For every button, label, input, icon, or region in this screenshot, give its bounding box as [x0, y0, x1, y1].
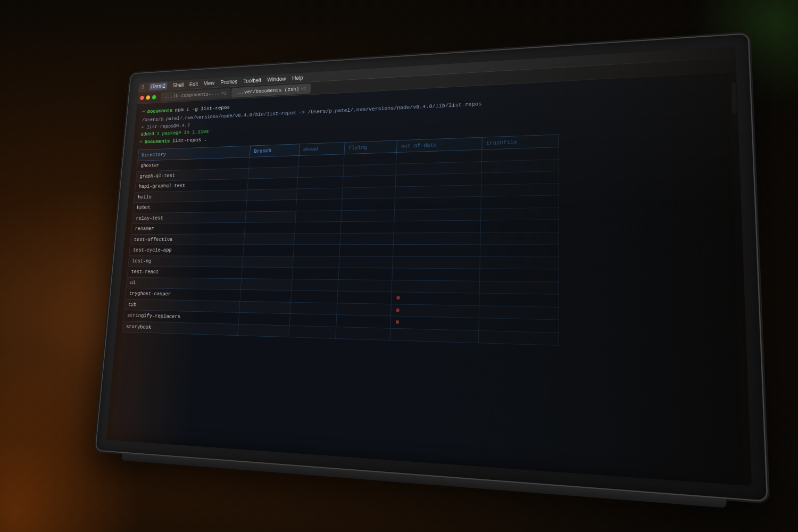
menu-toolbelt[interactable]: Toolbelt — [243, 77, 261, 85]
cell-dir: relay-test — [132, 212, 246, 224]
col-branch: Branch — [250, 144, 300, 157]
cell-trash — [480, 232, 559, 244]
tab-2-label: ...ver/Documents (zsh) — [236, 86, 300, 95]
cell-out — [395, 196, 481, 209]
cell-ahead — [295, 222, 341, 234]
menu-profiles[interactable]: Profiles — [220, 78, 238, 85]
minimize-button[interactable] — [146, 95, 150, 99]
cell-ahead — [289, 314, 337, 327]
prompt-arrow-1: ➜ — [142, 108, 145, 116]
status-dot-red — [396, 320, 399, 323]
prompt-dir-1: Documents — [147, 106, 173, 115]
cell-trash — [481, 171, 559, 185]
cell-dir: renamer — [131, 222, 245, 234]
status-dot-red — [397, 296, 400, 300]
cell-out — [394, 220, 480, 232]
cell-ahead — [298, 154, 344, 167]
cell-branch — [239, 301, 290, 314]
scrollbar-thumb[interactable] — [732, 82, 737, 114]
cell-flying — [338, 279, 392, 292]
laptop-screen:  iTerm2 Shell Edit View Profiles Toolbe… — [106, 46, 752, 486]
cell-branch — [244, 234, 294, 245]
cell-dir: test-ng — [128, 255, 243, 267]
cell-flying — [343, 164, 396, 177]
cell-flying — [337, 291, 392, 304]
cell-out — [392, 292, 479, 306]
tab-1-num: ⌘1 — [221, 90, 227, 96]
cell-branch — [243, 256, 294, 268]
cell-flying — [343, 175, 396, 188]
cell-trash — [479, 281, 559, 294]
cell-flying — [341, 210, 395, 222]
cell-flying — [336, 315, 391, 328]
cell-branch — [242, 267, 293, 279]
cell-trash — [479, 305, 559, 320]
cell-trash — [480, 256, 559, 269]
cell-dir: hpbot — [133, 201, 247, 213]
cell-ahead — [298, 165, 344, 178]
cell-flying — [340, 233, 394, 245]
laptop-bezel:  iTerm2 Shell Edit View Profiles Toolbe… — [95, 33, 768, 502]
cell-branch — [245, 222, 295, 234]
cell-dir: test-affectiva — [130, 234, 245, 245]
cell-out — [394, 232, 480, 245]
menu-iterm2[interactable]: iTerm2 — [149, 82, 167, 90]
cell-out — [392, 268, 479, 281]
cell-branch — [238, 324, 289, 337]
col-flying: flying — [344, 140, 397, 154]
cell-out — [393, 256, 480, 269]
cell-ahead — [295, 210, 342, 222]
maximize-button[interactable] — [152, 95, 156, 99]
cell-dir: storybook — [122, 321, 239, 336]
cell-trash — [480, 220, 559, 232]
menu-window[interactable]: Window — [267, 76, 286, 83]
cell-branch — [245, 211, 296, 222]
cell-branch — [247, 188, 297, 200]
menu-edit[interactable]: Edit — [189, 81, 198, 87]
cell-dir: test-react — [127, 267, 243, 279]
cell-ahead — [296, 199, 342, 211]
cell-branch — [238, 312, 290, 325]
cell-ahead — [294, 233, 340, 245]
cell-trash — [481, 195, 559, 209]
cell-ahead — [293, 245, 340, 256]
cell-flying — [339, 245, 394, 256]
cell-trash — [480, 207, 559, 220]
menu-shell[interactable]: Shell — [172, 81, 184, 88]
cell-out — [394, 209, 480, 221]
apple-menu[interactable]:  — [142, 84, 144, 90]
cell-branch — [243, 245, 294, 256]
cell-flying — [342, 187, 395, 199]
cell-out — [392, 280, 479, 293]
laptop-screen-container:  iTerm2 Shell Edit View Profiles Toolbe… — [95, 33, 768, 502]
cell-trash — [480, 244, 559, 256]
command-2: list-repos . — [172, 135, 207, 144]
menu-help[interactable]: Help — [292, 74, 303, 81]
table-row: test-affectiva — [130, 232, 559, 245]
laptop-wrapper:  iTerm2 Shell Edit View Profiles Toolbe… — [53, 32, 745, 500]
cell-flying — [336, 327, 390, 340]
cell-branch — [246, 200, 297, 211]
cell-ahead — [297, 177, 343, 189]
cell-flying — [340, 221, 394, 233]
menu-view[interactable]: View — [204, 80, 215, 87]
cell-trash — [478, 330, 559, 345]
cell-branch — [241, 278, 292, 290]
close-button[interactable] — [140, 95, 144, 99]
cell-out — [393, 244, 480, 256]
cell-ahead — [293, 256, 339, 268]
cell-flying — [338, 268, 393, 280]
cell-ahead — [296, 188, 343, 200]
cell-ahead — [289, 326, 336, 339]
cell-ahead — [292, 268, 339, 279]
repo-table: Directory Branch ahead flying out-of-dat… — [122, 134, 559, 346]
cell-ahead — [292, 279, 338, 291]
cell-flying — [342, 198, 395, 210]
prompt-arrow-2: ➜ — [139, 138, 143, 146]
cell-flying — [339, 256, 393, 268]
cell-ahead — [290, 302, 337, 315]
terminal-content: ➜ Documents npm i -g list-repos /Users/p… — [115, 72, 746, 357]
cell-trash — [479, 293, 559, 307]
cell-branch — [247, 178, 297, 190]
cell-out — [395, 185, 481, 198]
